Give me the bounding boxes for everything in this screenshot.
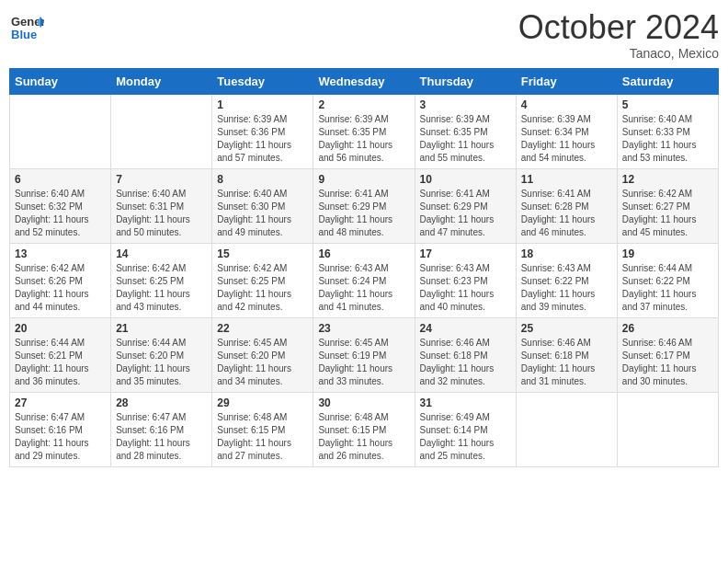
calendar-cell: 14Sunrise: 6:42 AMSunset: 6:25 PMDayligh… — [111, 243, 212, 317]
calendar-table: SundayMondayTuesdayWednesdayThursdayFrid… — [9, 68, 719, 467]
day-info: Sunrise: 6:40 AMSunset: 6:30 PMDaylight:… — [217, 188, 308, 239]
calendar-cell: 2Sunrise: 6:39 AMSunset: 6:35 PMDaylight… — [313, 94, 415, 168]
weekday-header-sunday: Sunday — [10, 68, 111, 94]
day-info: Sunrise: 6:42 AMSunset: 6:25 PMDaylight:… — [217, 262, 308, 314]
calendar-cell: 8Sunrise: 6:40 AMSunset: 6:30 PMDaylight… — [212, 168, 313, 243]
day-info: Sunrise: 6:43 AMSunset: 6:24 PMDaylight:… — [318, 262, 409, 314]
day-number: 28 — [116, 396, 207, 409]
day-number: 23 — [318, 322, 409, 335]
weekday-header-wednesday: Wednesday — [313, 68, 415, 94]
calendar-week-row: 20Sunrise: 6:44 AMSunset: 6:21 PMDayligh… — [10, 317, 719, 392]
weekday-header-tuesday: Tuesday — [212, 68, 313, 94]
day-info: Sunrise: 6:41 AMSunset: 6:29 PMDaylight:… — [318, 188, 409, 239]
calendar-cell: 12Sunrise: 6:42 AMSunset: 6:27 PMDayligh… — [617, 168, 718, 243]
day-number: 18 — [521, 247, 612, 260]
day-info: Sunrise: 6:40 AMSunset: 6:31 PMDaylight:… — [116, 188, 207, 239]
day-number: 10 — [420, 173, 511, 186]
day-number: 16 — [318, 247, 409, 260]
day-info: Sunrise: 6:46 AMSunset: 6:18 PMDaylight:… — [420, 337, 511, 388]
day-info: Sunrise: 6:44 AMSunset: 6:21 PMDaylight:… — [15, 337, 106, 388]
calendar-cell — [111, 94, 212, 168]
day-number: 29 — [217, 396, 308, 409]
calendar-cell — [516, 392, 617, 466]
day-info: Sunrise: 6:40 AMSunset: 6:32 PMDaylight:… — [15, 188, 106, 239]
calendar-cell: 24Sunrise: 6:46 AMSunset: 6:18 PMDayligh… — [415, 317, 516, 392]
day-number: 22 — [217, 322, 308, 335]
day-info: Sunrise: 6:39 AMSunset: 6:36 PMDaylight:… — [217, 113, 308, 165]
calendar-cell: 31Sunrise: 6:49 AMSunset: 6:14 PMDayligh… — [415, 392, 516, 466]
day-number: 12 — [622, 173, 713, 186]
day-info: Sunrise: 6:44 AMSunset: 6:22 PMDaylight:… — [622, 262, 713, 314]
calendar-week-row: 6Sunrise: 6:40 AMSunset: 6:32 PMDaylight… — [10, 168, 719, 243]
weekday-header-monday: Monday — [111, 68, 212, 94]
day-number: 15 — [217, 247, 308, 260]
calendar-cell: 23Sunrise: 6:45 AMSunset: 6:19 PMDayligh… — [313, 317, 415, 392]
day-number: 17 — [420, 247, 511, 260]
calendar-cell: 13Sunrise: 6:42 AMSunset: 6:26 PMDayligh… — [10, 243, 111, 317]
calendar-cell: 17Sunrise: 6:43 AMSunset: 6:23 PMDayligh… — [415, 243, 516, 317]
day-number: 20 — [15, 322, 106, 335]
day-info: Sunrise: 6:40 AMSunset: 6:33 PMDaylight:… — [622, 113, 713, 165]
day-info: Sunrise: 6:41 AMSunset: 6:29 PMDaylight:… — [420, 188, 511, 239]
day-info: Sunrise: 6:43 AMSunset: 6:22 PMDaylight:… — [521, 262, 612, 314]
day-info: Sunrise: 6:46 AMSunset: 6:18 PMDaylight:… — [521, 337, 612, 388]
calendar-cell: 30Sunrise: 6:48 AMSunset: 6:15 PMDayligh… — [313, 392, 415, 466]
day-info: Sunrise: 6:42 AMSunset: 6:27 PMDaylight:… — [622, 188, 713, 239]
weekday-header-row: SundayMondayTuesdayWednesdayThursdayFrid… — [10, 68, 719, 94]
day-info: Sunrise: 6:48 AMSunset: 6:15 PMDaylight:… — [318, 411, 409, 463]
calendar-cell: 26Sunrise: 6:46 AMSunset: 6:17 PMDayligh… — [617, 317, 718, 392]
calendar-cell: 4Sunrise: 6:39 AMSunset: 6:34 PMDaylight… — [516, 94, 617, 168]
day-number: 5 — [622, 98, 713, 111]
day-number: 27 — [15, 396, 106, 409]
calendar-cell: 28Sunrise: 6:47 AMSunset: 6:16 PMDayligh… — [111, 392, 212, 466]
title-area: October 2024 Tanaco, Mexico — [518, 9, 719, 61]
day-info: Sunrise: 6:47 AMSunset: 6:16 PMDaylight:… — [116, 411, 207, 463]
day-number: 26 — [622, 322, 713, 335]
day-info: Sunrise: 6:42 AMSunset: 6:26 PMDaylight:… — [15, 262, 106, 314]
day-info: Sunrise: 6:41 AMSunset: 6:28 PMDaylight:… — [521, 188, 612, 239]
calendar-cell: 29Sunrise: 6:48 AMSunset: 6:15 PMDayligh… — [212, 392, 313, 466]
calendar-cell: 6Sunrise: 6:40 AMSunset: 6:32 PMDaylight… — [10, 168, 111, 243]
calendar-cell: 22Sunrise: 6:45 AMSunset: 6:20 PMDayligh… — [212, 317, 313, 392]
day-number: 31 — [420, 396, 511, 409]
calendar-week-row: 1Sunrise: 6:39 AMSunset: 6:36 PMDaylight… — [10, 94, 719, 168]
day-info: Sunrise: 6:39 AMSunset: 6:35 PMDaylight:… — [318, 113, 409, 165]
day-info: Sunrise: 6:39 AMSunset: 6:34 PMDaylight:… — [521, 113, 612, 165]
day-number: 7 — [116, 173, 207, 186]
page-header: General Blue October 2024 Tanaco, Mexico — [9, 9, 719, 61]
day-number: 1 — [217, 98, 308, 111]
day-info: Sunrise: 6:49 AMSunset: 6:14 PMDaylight:… — [420, 411, 511, 463]
day-info: Sunrise: 6:45 AMSunset: 6:20 PMDaylight:… — [217, 337, 308, 388]
weekday-header-friday: Friday — [516, 68, 617, 94]
location-title: Tanaco, Mexico — [518, 46, 719, 61]
day-number: 3 — [420, 98, 511, 111]
day-info: Sunrise: 6:45 AMSunset: 6:19 PMDaylight:… — [318, 337, 409, 388]
calendar-cell: 9Sunrise: 6:41 AMSunset: 6:29 PMDaylight… — [313, 168, 415, 243]
day-number: 8 — [217, 173, 308, 186]
calendar-cell: 7Sunrise: 6:40 AMSunset: 6:31 PMDaylight… — [111, 168, 212, 243]
calendar-cell — [617, 392, 718, 466]
logo: General Blue — [9, 9, 44, 48]
day-number: 24 — [420, 322, 511, 335]
day-number: 9 — [318, 173, 409, 186]
day-info: Sunrise: 6:48 AMSunset: 6:15 PMDaylight:… — [217, 411, 308, 463]
calendar-cell: 18Sunrise: 6:43 AMSunset: 6:22 PMDayligh… — [516, 243, 617, 317]
weekday-header-saturday: Saturday — [617, 68, 718, 94]
calendar-cell — [10, 94, 111, 168]
calendar-cell: 1Sunrise: 6:39 AMSunset: 6:36 PMDaylight… — [212, 94, 313, 168]
svg-text:Blue: Blue — [11, 28, 37, 41]
day-number: 11 — [521, 173, 612, 186]
day-number: 30 — [318, 396, 409, 409]
calendar-cell: 20Sunrise: 6:44 AMSunset: 6:21 PMDayligh… — [10, 317, 111, 392]
day-number: 6 — [15, 173, 106, 186]
day-number: 21 — [116, 322, 207, 335]
calendar-cell: 21Sunrise: 6:44 AMSunset: 6:20 PMDayligh… — [111, 317, 212, 392]
day-number: 13 — [15, 247, 106, 260]
calendar-week-row: 13Sunrise: 6:42 AMSunset: 6:26 PMDayligh… — [10, 243, 719, 317]
calendar-cell: 11Sunrise: 6:41 AMSunset: 6:28 PMDayligh… — [516, 168, 617, 243]
day-number: 14 — [116, 247, 207, 260]
calendar-week-row: 27Sunrise: 6:47 AMSunset: 6:16 PMDayligh… — [10, 392, 719, 466]
day-number: 25 — [521, 322, 612, 335]
day-info: Sunrise: 6:47 AMSunset: 6:16 PMDaylight:… — [15, 411, 106, 463]
day-info: Sunrise: 6:42 AMSunset: 6:25 PMDaylight:… — [116, 262, 207, 314]
